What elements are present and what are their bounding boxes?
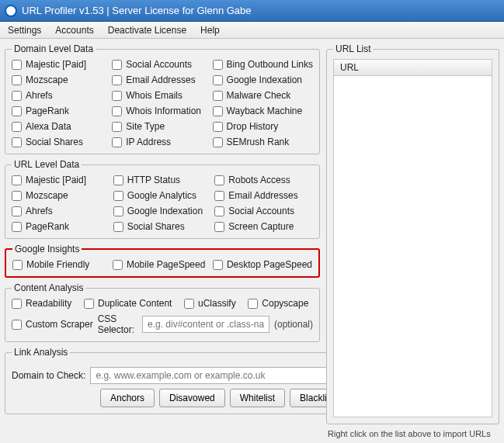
- url-list-body[interactable]: [333, 76, 492, 417]
- chk-malware-check-input[interactable]: [213, 91, 223, 101]
- chk-email-addresses-input[interactable]: [112, 75, 122, 85]
- chk-whois-information-input[interactable]: [112, 106, 122, 116]
- chk-custom-scraper[interactable]: Custom Scraper: [12, 319, 93, 330]
- chk-whois-emails[interactable]: Whois Emails: [112, 90, 209, 101]
- chk-email-addresses[interactable]: Email Addresses: [112, 74, 209, 85]
- chk-semrush-rank-input[interactable]: [213, 137, 223, 147]
- chk-url-majestic-paid-input[interactable]: [12, 175, 22, 185]
- chk-screen-capture-input[interactable]: [214, 222, 224, 232]
- menu-help[interactable]: Help: [200, 25, 220, 36]
- chk-url-pagerank-input[interactable]: [12, 222, 22, 232]
- chk-http-status-input[interactable]: [113, 175, 123, 185]
- chk-desktop-pagespeed-input[interactable]: [213, 260, 223, 270]
- chk-pagerank[interactable]: PageRank: [12, 106, 109, 116]
- chk-readability[interactable]: Readability: [12, 298, 76, 309]
- chk-desktop-pagespeed[interactable]: Desktop PageSpeed: [213, 259, 312, 270]
- chk-url-social-accounts[interactable]: Social Accounts: [214, 206, 313, 216]
- chk-ip-address-input[interactable]: [112, 137, 122, 147]
- chk-wayback-machine-input[interactable]: [213, 106, 223, 116]
- chk-google-analytics[interactable]: Google Analytics: [113, 190, 212, 201]
- group-content-analysis: Content Analysis Readability Duplicate C…: [5, 282, 320, 342]
- chk-screen-capture[interactable]: Screen Capture: [214, 221, 313, 232]
- chk-site-type-input[interactable]: [112, 122, 122, 132]
- chk-semrush-rank[interactable]: SEMrush Rank: [213, 137, 313, 147]
- client-area: Domain Level Data Majestic [Paid] Social…: [0, 39, 504, 443]
- chk-uclassify-input[interactable]: [184, 299, 194, 309]
- chk-google-analytics-input[interactable]: [113, 191, 123, 201]
- group-insights-legend: Google Insights: [12, 244, 82, 254]
- chk-url-google-indexation[interactable]: Google Indexation: [113, 206, 212, 216]
- chk-social-shares-input[interactable]: [12, 137, 22, 147]
- chk-alexa-data[interactable]: Alexa Data: [12, 121, 109, 132]
- chk-mozscape[interactable]: Mozscape: [12, 74, 109, 85]
- left-pane: Domain Level Data Majestic [Paid] Social…: [0, 39, 325, 443]
- chk-url-email-addresses[interactable]: Email Addresses: [214, 190, 313, 201]
- chk-social-shares[interactable]: Social Shares: [12, 137, 109, 147]
- chk-malware-check[interactable]: Malware Check: [213, 90, 313, 101]
- chk-site-type[interactable]: Site Type: [112, 121, 209, 132]
- chk-mozscape-input[interactable]: [12, 75, 22, 85]
- chk-url-ahrefs[interactable]: Ahrefs: [12, 206, 110, 216]
- chk-alexa-data-input[interactable]: [12, 122, 22, 132]
- chk-url-social-accounts-input[interactable]: [214, 206, 224, 216]
- chk-bing-outbound-links-input[interactable]: [213, 60, 223, 70]
- chk-url-google-indexation-input[interactable]: [113, 206, 123, 216]
- chk-google-indexation[interactable]: Google Indexation: [213, 74, 313, 85]
- chk-social-accounts-input[interactable]: [112, 60, 122, 70]
- url-list-header[interactable]: URL: [333, 59, 492, 76]
- chk-majestic-paid-input[interactable]: [12, 60, 22, 70]
- chk-custom-scraper-input[interactable]: [12, 320, 22, 330]
- group-url-legend: URL Level Data: [12, 159, 82, 170]
- chk-copyscape-input[interactable]: [248, 299, 258, 309]
- chk-whois-information[interactable]: Whois Information: [112, 106, 209, 116]
- domain-to-check-label: Domain to Check:: [12, 370, 85, 381]
- group-google-insights: Google Insights Mobile Friendly Mobile P…: [5, 244, 320, 278]
- chk-url-social-shares-input[interactable]: [113, 222, 123, 232]
- chk-robots-access[interactable]: Robots Access: [214, 175, 313, 185]
- menu-accounts[interactable]: Accounts: [55, 25, 93, 36]
- chk-url-majestic-paid[interactable]: Majestic [Paid]: [12, 175, 110, 185]
- domain-to-check-input[interactable]: [90, 367, 344, 384]
- chk-mobile-pagespeed[interactable]: Mobile PageSpeed: [113, 259, 210, 270]
- chk-google-indexation-input[interactable]: [213, 75, 223, 85]
- chk-duplicate-content[interactable]: Duplicate Content: [84, 298, 176, 309]
- chk-drop-history-input[interactable]: [213, 122, 223, 132]
- group-url-level-data: URL Level Data Majestic [Paid] HTTP Stat…: [5, 159, 320, 239]
- chk-url-social-shares[interactable]: Social Shares: [113, 221, 212, 232]
- chk-http-status[interactable]: HTTP Status: [113, 175, 212, 185]
- chk-ahrefs-input[interactable]: [12, 91, 22, 101]
- chk-url-mozscape[interactable]: Mozscape: [12, 190, 110, 201]
- whitelist-button[interactable]: Whitelist: [230, 389, 285, 407]
- chk-duplicate-content-input[interactable]: [84, 299, 94, 309]
- chk-url-mozscape-input[interactable]: [12, 191, 22, 201]
- chk-url-ahrefs-input[interactable]: [12, 206, 22, 216]
- chk-pagerank-input[interactable]: [12, 106, 22, 116]
- css-selector-input[interactable]: [142, 316, 269, 333]
- group-link-analysis: Link Analysis Domain to Check: Anchors D…: [5, 347, 351, 414]
- chk-bing-outbound-links[interactable]: Bing Outbound Links: [213, 59, 313, 70]
- group-link-legend: Link Analysis: [12, 347, 70, 358]
- css-selector-label: CSS Selector:: [98, 313, 137, 335]
- chk-ip-address[interactable]: IP Address: [112, 137, 209, 147]
- chk-robots-access-input[interactable]: [214, 175, 224, 185]
- chk-uclassify[interactable]: uClassify: [184, 298, 240, 309]
- menu-settings[interactable]: Settings: [8, 25, 41, 36]
- chk-drop-history[interactable]: Drop History: [213, 121, 313, 132]
- chk-majestic-paid[interactable]: Majestic [Paid]: [12, 59, 109, 70]
- chk-whois-emails-input[interactable]: [112, 91, 122, 101]
- titlebar: URL Profiler v1.53 | Server License for …: [0, 0, 504, 22]
- menubar: Settings Accounts Deactivate License Hel…: [0, 22, 504, 39]
- chk-mobile-pagespeed-input[interactable]: [113, 260, 123, 270]
- chk-mobile-friendly[interactable]: Mobile Friendly: [12, 259, 109, 270]
- chk-readability-input[interactable]: [12, 299, 22, 309]
- chk-social-accounts[interactable]: Social Accounts: [112, 59, 209, 70]
- chk-url-pagerank[interactable]: PageRank: [12, 221, 110, 232]
- chk-copyscape[interactable]: Copyscape: [248, 298, 313, 309]
- chk-wayback-machine[interactable]: Wayback Machine: [213, 106, 313, 116]
- chk-ahrefs[interactable]: Ahrefs: [12, 90, 109, 101]
- menu-deactivate-license[interactable]: Deactivate License: [108, 25, 186, 36]
- chk-mobile-friendly-input[interactable]: [12, 260, 23, 270]
- disavowed-button[interactable]: Disavowed: [159, 389, 225, 407]
- anchors-button[interactable]: Anchors: [100, 389, 155, 407]
- chk-url-email-addresses-input[interactable]: [214, 191, 224, 201]
